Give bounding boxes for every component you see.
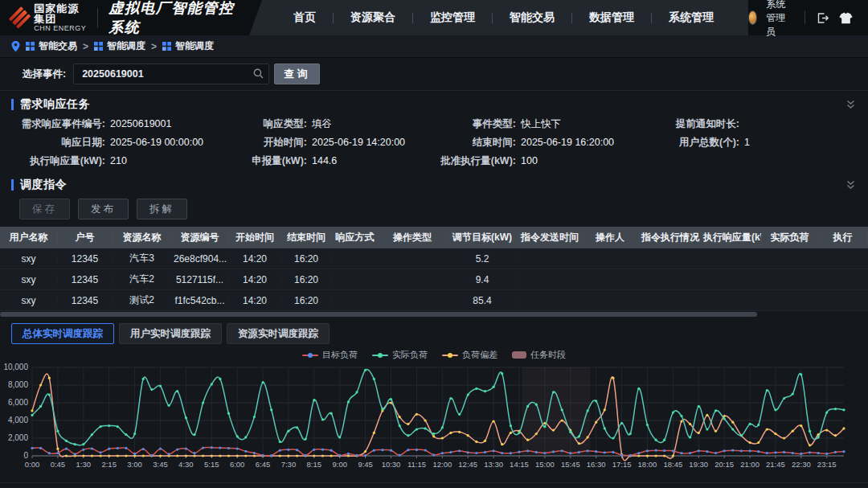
legend-item[interactable]: 目标负荷: [302, 349, 358, 361]
collapse-chevron-icon[interactable]: [846, 100, 855, 109]
svg-text:20:15: 20:15: [714, 460, 734, 469]
field-label: [649, 155, 739, 166]
table-cell: 5.2: [446, 253, 519, 265]
legend-label: 负荷偏差: [462, 349, 497, 361]
nav-item-2[interactable]: 资源聚合: [334, 10, 412, 25]
table-cell: 汽车3: [113, 252, 172, 265]
breadcrumb-item-1[interactable]: 智能交易: [26, 39, 77, 53]
legend-marker: [448, 353, 452, 358]
breadcrumb-item-2[interactable]: 智能调度: [94, 39, 145, 53]
svg-text:6:45: 6:45: [256, 460, 271, 469]
table-body: sxy12345汽车326e8cf904...14:2016:205.2sxy1…: [0, 248, 868, 311]
table-row[interactable]: sxy12345汽车326e8cf904...14:2016:205.2: [0, 248, 868, 269]
svg-text:8:15: 8:15: [307, 460, 322, 469]
svg-text:2,000: 2,000: [8, 433, 28, 442]
collapse-chevron-icon[interactable]: [846, 180, 855, 190]
table-header-cell[interactable]: 指令发送时间: [519, 231, 581, 244]
table-header-cell[interactable]: 操作类型: [379, 231, 446, 244]
table-header-cell[interactable]: 用户名称: [0, 231, 58, 244]
breadcrumb-separator: >: [83, 41, 88, 52]
demand-fields: 需求响应事件编号:20250619001响应类型:填谷事件类型:快上快下提前通知…: [0, 116, 868, 174]
legend-line: [442, 355, 458, 356]
field-9: 执行响应量(kW):210: [0, 155, 223, 166]
table-header-cell[interactable]: 响应方式: [331, 231, 379, 244]
svg-text:3:45: 3:45: [153, 460, 168, 469]
table-h-scrollbar: [0, 311, 868, 318]
legend-item[interactable]: 任务时段: [512, 349, 566, 361]
table-header-cell[interactable]: 执行: [818, 231, 868, 244]
field-label: 执行响应量(kW):: [0, 155, 105, 166]
field-label: 申报量(kW):: [223, 155, 307, 166]
table-cell: 12345: [58, 295, 113, 306]
svg-text:10,000: 10,000: [3, 363, 28, 371]
nav-item-3[interactable]: 监控管理: [413, 10, 492, 25]
svg-text:21:00: 21:00: [740, 460, 760, 469]
svg-text:17:15: 17:15: [612, 460, 632, 469]
table-header-cell[interactable]: 调节目标(kW): [446, 231, 519, 244]
grid-icon: [26, 42, 35, 51]
table-header-cell[interactable]: 户号: [58, 231, 113, 244]
table-header-cell[interactable]: 实际负荷: [762, 231, 818, 244]
theme-icon[interactable]: [838, 11, 854, 25]
legend-label: 实际负荷: [392, 349, 428, 361]
field-value: 20250619001: [110, 118, 171, 129]
nav-item-4[interactable]: 智能交易: [493, 10, 571, 25]
nav-item-1[interactable]: 首页: [276, 10, 333, 25]
svg-text:4:30: 4:30: [178, 460, 194, 469]
dispatch-table: 用户名称户号资源名称资源编号开始时间结束时间响应方式操作类型调节目标(kW)指令…: [0, 227, 868, 318]
nav-item-6[interactable]: 系统管理: [652, 10, 731, 25]
field-value: 2025-06-19 00:00:00: [110, 137, 203, 148]
publish-button[interactable]: 发布: [78, 199, 129, 219]
table-row[interactable]: sxy12345汽车25127115f...14:2016:209.4: [0, 269, 868, 290]
svg-text:9:00: 9:00: [332, 460, 347, 469]
table-header-cell[interactable]: 资源名称: [113, 231, 172, 244]
section-accent-bar: [11, 99, 14, 110]
table-header-cell[interactable]: 执行响应量(kW): [702, 231, 762, 244]
table-cell: 12345: [58, 253, 113, 265]
field-8: 用户总数(个):1: [649, 137, 868, 148]
legend-label: 任务时段: [530, 349, 566, 361]
event-select-input[interactable]: [73, 64, 269, 84]
field-label: 批准执行量(kW):: [439, 155, 516, 166]
query-button[interactable]: 查询: [274, 64, 320, 84]
decompose-button[interactable]: 拆解: [137, 199, 187, 219]
grid-icon: [162, 42, 171, 51]
dispatch-section: 调度指令 保存发布拆解 用户名称户号资源名称资源编号开始时间结束时间响应方式操作…: [0, 174, 868, 318]
nav-item-5[interactable]: 数据管理: [572, 10, 651, 25]
table-row[interactable]: sxy12345测试2f1fc542cb...14:2016:2085.4: [0, 290, 868, 311]
tab-overall[interactable]: 总体实时调度跟踪: [11, 323, 114, 344]
chart-legend: 目标负荷实际负荷负荷偏差任务时段: [0, 349, 868, 361]
table-header-cell[interactable]: 资源编号: [172, 231, 228, 244]
demand-response-section: 需求响应任务 需求响应事件编号:20250619001响应类型:填谷事件类型:快…: [0, 91, 868, 174]
table-cell: 5127115f...: [172, 274, 228, 285]
location-pin-icon: [11, 41, 20, 52]
dispatch-toolbar: 保存发布拆解: [0, 196, 868, 227]
svg-text:0:00: 0:00: [25, 460, 40, 469]
svg-text:9:45: 9:45: [358, 460, 373, 469]
table-header-cell[interactable]: 结束时间: [282, 231, 331, 244]
user-avatar[interactable]: [748, 10, 757, 25]
table-cell: 16:20: [282, 295, 331, 306]
scrollbar-thumb[interactable]: [0, 312, 757, 317]
company-name-cn: 国家能源集团: [34, 3, 87, 25]
breadcrumb-item-3[interactable]: 智能调度: [162, 39, 214, 53]
field-label: 响应类型:: [223, 118, 307, 129]
legend-item[interactable]: 实际负荷: [372, 349, 428, 361]
tab-user[interactable]: 用户实时调度跟踪: [119, 323, 222, 344]
svg-text:2:15: 2:15: [101, 460, 117, 469]
table-cell: 14:20: [228, 274, 282, 285]
logout-icon[interactable]: [816, 11, 829, 25]
table-header-cell[interactable]: 指令执行情况: [640, 231, 702, 244]
table-header-cell[interactable]: 开始时间: [228, 231, 282, 244]
save-button[interactable]: 保存: [19, 199, 70, 219]
tab-resource[interactable]: 资源实时调度跟踪: [227, 323, 330, 344]
field-label: 响应日期:: [0, 137, 105, 148]
series-实际负荷: [32, 370, 844, 445]
field-5: 响应日期:2025-06-19 00:00:00: [0, 137, 223, 148]
table-cell: 测试2: [113, 293, 172, 307]
legend-item[interactable]: 负荷偏差: [442, 349, 497, 361]
company-name-en: CHN ENERGY: [34, 25, 87, 32]
field-label: 需求响应事件编号:: [0, 118, 105, 129]
table-header-cell[interactable]: 操作人: [581, 231, 640, 244]
svg-text:16:30: 16:30: [587, 460, 606, 469]
